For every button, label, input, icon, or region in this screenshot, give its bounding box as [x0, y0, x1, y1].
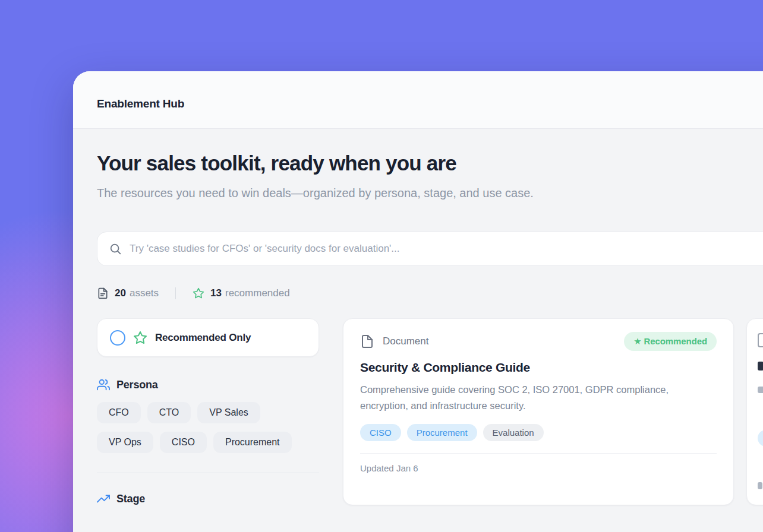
persona-chip-cto[interactable]: CTO	[147, 402, 191, 423]
clipped-title	[758, 362, 763, 370]
asset-updated: Updated Jan 6	[360, 463, 717, 473]
page-subtitle: The resources you need to win deals—orga…	[97, 183, 581, 203]
asset-card-clipped[interactable]	[746, 318, 763, 505]
clipped-tag	[758, 430, 763, 446]
document-count-icon	[97, 287, 109, 299]
tag-ciso[interactable]: CISO	[360, 424, 401, 441]
clipped-updated	[758, 482, 762, 489]
search-input[interactable]	[130, 243, 763, 255]
tag-evaluation[interactable]: Evaluation	[483, 424, 544, 441]
recommended-badge: ★ Recommended	[624, 332, 717, 351]
recommended-star-icon	[193, 287, 204, 299]
document-icon	[360, 334, 374, 349]
stats-row: 20 assets 13 recommended	[97, 287, 763, 299]
asset-cards: Document ★ Recommended Security & Compli…	[343, 318, 763, 505]
assets-label: assets	[130, 287, 159, 299]
persona-title: Persona	[116, 379, 158, 391]
persona-chip-vp-sales[interactable]: VP Sales	[197, 402, 260, 423]
recommended-label: recommended	[225, 287, 290, 299]
stage-section-header: Stage	[97, 492, 319, 505]
persona-chips: CFO CTO VP Sales VP Ops CISO Procurement	[97, 402, 319, 453]
clipped-description	[758, 387, 763, 393]
persona-chip-ciso[interactable]: CISO	[160, 432, 207, 453]
page-title: Your sales toolkit, ready when you are	[97, 151, 763, 175]
app-header: Enablement Hub	[73, 71, 763, 129]
asset-type: Document	[360, 334, 428, 349]
toggle-circle-icon[interactable]	[110, 330, 125, 346]
filter-sidebar: Recommended Only Persona CFO CTO VP Sale…	[97, 318, 319, 505]
search-bar[interactable]	[97, 232, 763, 266]
sidebar-divider	[97, 473, 319, 473]
asset-title: Security & Compliance Guide	[360, 360, 717, 375]
trending-up-icon	[97, 492, 110, 505]
asset-tags: CISO Procurement Evaluation	[360, 424, 717, 441]
persona-section-header: Persona	[97, 378, 319, 391]
assets-count: 20	[115, 287, 126, 299]
search-icon	[109, 242, 122, 255]
stats-divider	[175, 287, 176, 299]
recommended-only-toggle[interactable]: Recommended Only	[97, 318, 319, 357]
star-icon	[133, 331, 147, 345]
asset-description: Comprehensive guide covering SOC 2, ISO …	[360, 382, 711, 414]
persona-chip-vp-ops[interactable]: VP Ops	[97, 432, 153, 453]
recommended-only-label: Recommended Only	[155, 332, 251, 344]
persona-chip-procurement[interactable]: Procurement	[213, 432, 292, 453]
clipped-document-icon	[758, 333, 763, 347]
page-content: Your sales toolkit, ready when you are T…	[73, 129, 763, 505]
main-window: Enablement Hub Your sales toolkit, ready…	[73, 71, 763, 532]
stage-title: Stage	[116, 493, 145, 505]
asset-type-label: Document	[383, 335, 428, 347]
recommended-count: 13	[210, 287, 222, 299]
asset-card-security-compliance[interactable]: Document ★ Recommended Security & Compli…	[343, 318, 734, 505]
persona-chip-cfo[interactable]: CFO	[97, 402, 141, 423]
tag-procurement[interactable]: Procurement	[407, 424, 477, 441]
users-icon	[97, 378, 110, 391]
card-divider	[360, 453, 717, 454]
app-title: Enablement Hub	[97, 97, 184, 110]
